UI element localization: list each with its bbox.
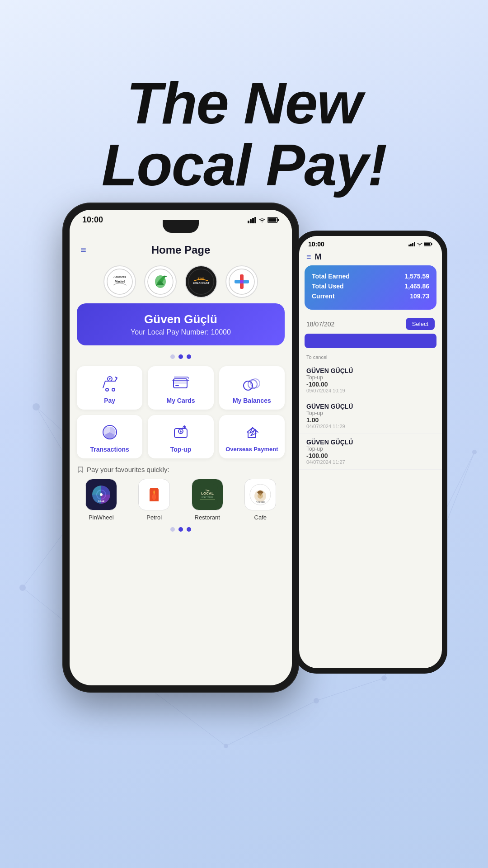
svg-point-39 bbox=[106, 388, 108, 391]
svg-text:GEAR: GEAR bbox=[98, 500, 105, 503]
user-name: Güven Güçlü bbox=[88, 312, 274, 326]
restaurant-logo: The LOCAL CRAFT FOOD bbox=[192, 479, 223, 510]
fav-cafe-label: Cafe bbox=[254, 514, 267, 521]
topup-action[interactable]: Top-up bbox=[148, 415, 213, 458]
transaction-date: 18/07/202 bbox=[306, 321, 334, 328]
pinwheel-logo: GEAR bbox=[85, 479, 117, 510]
user-number: Your Local Pay Number: 10000 bbox=[88, 328, 274, 336]
merchant-green[interactable] bbox=[144, 265, 177, 298]
transaction-header: 18/07/202 Select bbox=[299, 314, 442, 334]
svg-point-68 bbox=[258, 493, 263, 499]
wifi-icon bbox=[258, 217, 266, 223]
tx3-type: Top-up bbox=[306, 446, 435, 452]
svg-rect-20 bbox=[250, 219, 252, 223]
hero-line2: Local Pay! bbox=[102, 132, 386, 198]
fav-petrol[interactable]: Petrol bbox=[130, 479, 179, 521]
second-phone: 10:00 bbox=[294, 231, 447, 674]
fav-restaurant-label: Restorant bbox=[195, 514, 220, 521]
select-button[interactable]: Select bbox=[406, 318, 435, 330]
svg-rect-21 bbox=[252, 218, 254, 223]
hero-line1: The New bbox=[127, 70, 362, 136]
total-used-row: Total Used 1,465.86 bbox=[312, 283, 429, 290]
fav-cafe[interactable]: COFFEE Cafe bbox=[236, 479, 285, 521]
fav-dot-1 bbox=[170, 527, 175, 532]
overseas-payment-label: Overseas Payment bbox=[225, 446, 278, 453]
favourites-title-text: Pay your favourites quickly: bbox=[87, 466, 169, 473]
my-balances-icon bbox=[243, 374, 261, 392]
cancel-note: To cancel bbox=[299, 352, 442, 363]
tx3-date: 04/07/2024 11:27 bbox=[306, 459, 435, 465]
tx3-amount: -100.00 bbox=[306, 452, 435, 459]
second-menu-icon[interactable]: ≡ bbox=[306, 252, 311, 262]
svg-rect-72 bbox=[412, 243, 413, 246]
action-bar bbox=[305, 334, 436, 348]
hero-section: The New Local Pay! bbox=[0, 72, 488, 196]
topup-icon bbox=[172, 423, 190, 441]
svg-text:LOCAL: LOCAL bbox=[201, 491, 214, 495]
app-title: Home Page bbox=[151, 244, 211, 256]
fav-dot-3 bbox=[187, 527, 191, 532]
overseas-payment-icon bbox=[243, 423, 261, 441]
balance-card: Total Earned 1,575.59 Total Used 1,465.8… bbox=[305, 265, 436, 310]
current-value: 109.73 bbox=[410, 292, 429, 300]
favourites-section: Pay your favourites quickly: bbox=[70, 462, 292, 539]
svg-rect-75 bbox=[431, 243, 432, 245]
my-balances-action[interactable]: My Balances bbox=[219, 366, 285, 410]
total-earned-value: 1,575.59 bbox=[405, 273, 430, 280]
tx1-amount: -100.00 bbox=[306, 381, 435, 388]
second-wifi-icon bbox=[417, 242, 422, 246]
signal-icon bbox=[248, 217, 257, 223]
green-logo bbox=[147, 268, 174, 295]
tx1-date: 09/07/2024 10:19 bbox=[306, 388, 435, 393]
restaurant-svg: The LOCAL CRAFT FOOD bbox=[196, 483, 219, 506]
merchants-row: Farmers Market TIM bbox=[70, 262, 292, 303]
dot-2 bbox=[178, 354, 183, 359]
carousel-dots bbox=[70, 354, 292, 359]
current-label: Current bbox=[312, 292, 335, 300]
svg-rect-25 bbox=[268, 218, 277, 222]
user-card: Güven Güçlü Your Local Pay Number: 10000 bbox=[77, 303, 285, 345]
svg-text:COFFEE: COFFEE bbox=[256, 501, 265, 504]
fav-pinwheel[interactable]: GEAR PinWheel bbox=[77, 479, 126, 521]
transaction-item-1: GÜVEN GÜÇLÜ Top-up -100.00 09/07/2024 10… bbox=[299, 363, 442, 398]
merchant-breakfast[interactable]: TIME BREAKFAST bbox=[185, 265, 217, 298]
topup-label: Top-up bbox=[170, 446, 191, 453]
second-header: ≡ M bbox=[299, 250, 442, 265]
breakfast-logo: TIME BREAKFAST bbox=[188, 268, 215, 295]
dot-3 bbox=[187, 354, 191, 359]
petrol-svg bbox=[143, 483, 165, 506]
second-status-icons bbox=[408, 241, 433, 248]
merchant-farmers[interactable]: Farmers Market bbox=[103, 265, 136, 298]
tx2-type: Top-up bbox=[306, 410, 435, 416]
fav-restaurant[interactable]: The LOCAL CRAFT FOOD Restorant bbox=[183, 479, 232, 521]
transaction-item-3: GÜVEN GÜÇLÜ Top-up -100.00 04/07/2024 11… bbox=[299, 434, 442, 470]
svg-rect-24 bbox=[277, 219, 279, 221]
total-used-value: 1,465.86 bbox=[405, 283, 430, 290]
pinwheel-svg: GEAR bbox=[90, 483, 113, 506]
transactions-action[interactable]: Transactions bbox=[77, 415, 142, 458]
pay-label: Pay bbox=[104, 397, 115, 404]
bookmark-icon bbox=[77, 466, 84, 473]
svg-point-55 bbox=[180, 432, 182, 434]
favourites-title: Pay your favourites quickly: bbox=[77, 466, 285, 473]
merchant-plus[interactable] bbox=[225, 265, 258, 298]
favourites-grid: GEAR PinWheel bbox=[77, 479, 285, 521]
fav-pinwheel-label: PinWheel bbox=[89, 514, 114, 521]
svg-rect-19 bbox=[248, 221, 249, 223]
svg-rect-22 bbox=[254, 217, 256, 223]
hero-title: The New Local Pay! bbox=[0, 72, 488, 196]
pay-action[interactable]: Pay bbox=[77, 366, 142, 410]
my-balances-label: My Balances bbox=[233, 397, 271, 404]
current-row: Current 109.73 bbox=[312, 292, 429, 300]
plus-logo bbox=[228, 268, 255, 295]
overseas-payment-action[interactable]: Overseas Payment bbox=[219, 415, 285, 458]
cafe-svg: COFFEE bbox=[249, 483, 272, 506]
second-status-bar: 10:00 bbox=[299, 236, 442, 250]
menu-icon[interactable]: ≡ bbox=[80, 244, 86, 256]
svg-rect-71 bbox=[410, 244, 412, 246]
notch bbox=[70, 226, 292, 240]
my-cards-action[interactable]: My Cards bbox=[148, 366, 213, 410]
svg-text:BREAKFAST: BREAKFAST bbox=[193, 282, 210, 284]
my-cards-icon bbox=[172, 374, 190, 392]
battery-icon bbox=[267, 217, 279, 223]
